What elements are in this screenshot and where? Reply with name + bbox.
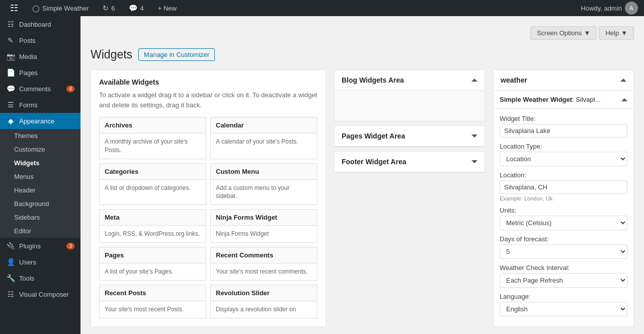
widget-card-calendar[interactable]: Calendar A calendar of your site's Posts…: [210, 117, 317, 159]
site-name[interactable]: ◯ Simple Weather: [28, 0, 93, 16]
sidebar-item-label: Pages: [19, 69, 38, 77]
widget-card-title: Pages: [100, 247, 206, 263]
interval-select[interactable]: Each Page Refresh Every Hour Every 6 Hou…: [500, 273, 627, 288]
help-button[interactable]: Help ▼: [599, 26, 634, 40]
widget-card-revolution-slider[interactable]: Revolution Slider Displays a revolution …: [210, 285, 317, 318]
language-select[interactable]: English French German Spanish: [500, 302, 627, 316]
widget-area-pages-header[interactable]: Pages Widget Area: [335, 126, 485, 147]
comments-badge: 4: [66, 86, 74, 92]
sidebar-item-dashboard[interactable]: ☷ Dashboard: [0, 16, 80, 32]
tools-icon: 🔧: [6, 274, 15, 282]
widget-card-desc: Your site's most recent comments.: [211, 263, 317, 280]
sidebar-item-label: Tools: [19, 275, 34, 282]
sidebar-subitem-customize[interactable]: Customize: [0, 143, 80, 156]
sidebar-subitem-menus[interactable]: Menus: [0, 170, 80, 183]
widget-card-archives[interactable]: Archives A monthly archive of your site'…: [99, 117, 206, 159]
sidebar-subitem-background[interactable]: Background: [0, 197, 80, 211]
new-content-link[interactable]: + New: [154, 0, 181, 16]
widget-card-categories[interactable]: Categories A list or dropdown of categor…: [99, 163, 206, 206]
sidebar-item-comments[interactable]: 💬 Comments 4: [0, 81, 80, 97]
updates-link[interactable]: ↻ 6: [99, 0, 119, 16]
sidebar-item-forms[interactable]: ☰ Forms: [0, 97, 80, 113]
sidebar-subitem-widgets[interactable]: Widgets: [0, 156, 80, 170]
sidebar-subitem-editor[interactable]: Editor: [0, 224, 80, 238]
sidebar-item-visual-composer[interactable]: ☷ Visual Composer: [0, 286, 80, 302]
widget-card-recent-comments[interactable]: Recent Comments Your site's most recent …: [210, 247, 317, 281]
widget-areas-panel: Blog Widgets Area Pages Widget Area Foot…: [334, 70, 485, 327]
weather-widget-sub-label: Simple Weather Widget: Silvapl...: [500, 96, 601, 103]
form-row-units: Units: Metric (Celsius) Imperial (Fahren…: [500, 207, 627, 230]
chevron-up-icon: [471, 79, 477, 82]
widget-card-title: Calendar: [211, 117, 317, 133]
weather-sub-label-value: Silvapl...: [576, 96, 600, 103]
howdy-text: Howdy, admin: [581, 5, 622, 12]
weather-sub-label-bold: Simple Weather Widget: [500, 96, 572, 103]
widget-card-desc: Add a custom menu to your sidebar.: [211, 180, 317, 205]
sidebar-item-pages[interactable]: 📄 Pages: [0, 64, 80, 81]
pages-icon: 📄: [6, 69, 15, 77]
user-menu[interactable]: Howdy, admin A: [581, 2, 638, 15]
form-row-interval: Weather Check Interval: Each Page Refres…: [500, 264, 627, 288]
location-type-select[interactable]: Location Coordinates: [500, 152, 627, 166]
site-name-label: Simple Weather: [42, 5, 89, 12]
page-title: Widgets: [91, 48, 132, 61]
sidebar-subitem-themes[interactable]: Themes: [0, 129, 80, 143]
widget-area-title: Pages Widget Area: [342, 132, 405, 140]
widget-card-desc: Displays a revolution slider on: [211, 301, 317, 318]
form-row-forecast: Days of forecast: 1 2 3 4 5 6 7: [500, 235, 627, 259]
weather-panel: weather Simple Weather Widget: Silvapl..…: [493, 70, 634, 327]
widget-area-footer-header[interactable]: Footer Widget Area: [335, 152, 485, 172]
available-widgets-heading: Available Widgets: [99, 78, 317, 86]
sidebar-item-label: Dashboard: [19, 21, 51, 28]
sidebar-item-tools[interactable]: 🔧 Tools: [0, 270, 80, 286]
widget-card-recent-posts[interactable]: Recent Posts Your site's most recent Pos…: [99, 285, 206, 318]
widget-card-custom-menu[interactable]: Custom Menu Add a custom menu to your si…: [210, 163, 317, 206]
sidebar-item-label: Plugins: [19, 242, 41, 250]
weather-chevron-up-icon: [620, 79, 626, 82]
updates-count: 6: [111, 5, 115, 12]
sidebar-item-label: Comments: [19, 85, 51, 93]
sidebar-item-appearance[interactable]: ◆ Appearance: [0, 113, 80, 129]
screen-options-button[interactable]: Screen Options ▼: [530, 26, 597, 40]
forecast-select[interactable]: 1 2 3 4 5 6 7: [500, 244, 627, 259]
widget-area-title: Blog Widgets Area: [342, 76, 404, 84]
form-row-location-type: Location Type: Location Coordinates: [500, 143, 627, 166]
sidebar-item-posts[interactable]: ✎ Posts: [0, 32, 80, 48]
sidebar-item-label: Appearance: [19, 117, 54, 125]
sidebar-item-users[interactable]: 👤 Users: [0, 254, 80, 270]
widget-card-title: Archives: [100, 117, 206, 133]
widget-title-input[interactable]: [500, 124, 627, 138]
comments-count: 4: [140, 5, 143, 12]
sidebar-subitem-header[interactable]: Header: [0, 183, 80, 197]
sidebar-item-media[interactable]: 📷 Media: [0, 48, 80, 64]
weather-widget-sub[interactable]: Simple Weather Widget: Silvapl...: [494, 91, 633, 109]
comments-link[interactable]: 💬 4: [125, 0, 147, 16]
sidebar-item-label: Users: [19, 258, 36, 266]
weather-sub-chevron-icon: [621, 98, 627, 101]
widget-card-desc: Your site's most recent Posts.: [100, 301, 206, 318]
vc-icon: ☷: [6, 290, 15, 298]
location-input[interactable]: [500, 180, 627, 194]
form-row-widget-title: Widget Title:: [500, 115, 627, 138]
widget-grid: Archives A monthly archive of your site'…: [99, 117, 317, 318]
sidebar-subitem-sidebars[interactable]: Sidebars: [0, 211, 80, 224]
comments-icon: 💬: [129, 4, 137, 12]
forms-icon: ☰: [6, 101, 15, 109]
manage-customizer-button[interactable]: Manage in Customizer: [138, 48, 215, 61]
widget-card-title: Meta: [100, 210, 206, 226]
widget-card-ninja-forms[interactable]: Ninja Forms Widget Ninja Forms Widget: [210, 209, 317, 243]
widget-card-desc: A list of your site's Pages.: [100, 263, 206, 280]
widget-card-pages[interactable]: Pages A list of your site's Pages.: [99, 247, 206, 281]
avatar: A: [625, 2, 638, 15]
widget-title-label: Widget Title:: [500, 115, 627, 122]
widget-area-blog-header[interactable]: Blog Widgets Area: [335, 70, 485, 91]
widget-card-meta[interactable]: Meta Login, RSS, & WordPress.org links.: [99, 209, 206, 243]
sidebar-item-plugins[interactable]: 🔌 Plugins 3: [0, 238, 80, 254]
wp-logo[interactable]: ☷: [6, 0, 22, 16]
units-select[interactable]: Metric (Celsius) Imperial (Fahrenheit): [500, 216, 627, 230]
help-chevron: ▼: [621, 29, 627, 37]
language-label: Language:: [500, 293, 627, 300]
screen-options-label: Screen Options: [537, 29, 582, 37]
new-label: + New: [158, 5, 177, 12]
top-bar: Screen Options ▼ Help ▼: [91, 26, 634, 40]
